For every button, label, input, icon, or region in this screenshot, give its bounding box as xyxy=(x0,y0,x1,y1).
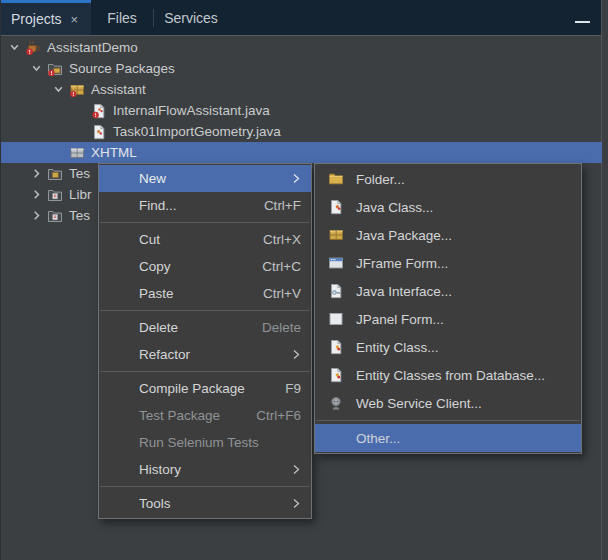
tree-item-assistantdemo[interactable]: AssistantDemo xyxy=(1,37,602,58)
chevron-down-icon[interactable] xyxy=(51,83,65,97)
submenu-item-entity-classes-from-database[interactable]: Entity Classes from Database... xyxy=(315,361,581,389)
menu-item-copy[interactable]: Copy Ctrl+C xyxy=(99,253,311,280)
tree-item-label: Tes xyxy=(69,166,90,181)
menu-separator xyxy=(100,486,310,487)
submenu-item-label: Entity Class... xyxy=(356,340,439,355)
menu-item-refactor[interactable]: Refactor xyxy=(99,341,311,368)
menu-item-label: Copy xyxy=(139,259,171,274)
submenu-item-label: Java Package... xyxy=(356,228,452,243)
menu-item-delete[interactable]: Delete Delete xyxy=(99,314,311,341)
submenu-item-label: Java Interface... xyxy=(356,284,452,299)
submenu-item-label: JFrame Form... xyxy=(356,256,448,271)
submenu-item-jframe-form[interactable]: JFrame Form... xyxy=(315,249,581,277)
close-icon[interactable]: × xyxy=(71,13,79,26)
menu-item-history[interactable]: History xyxy=(99,456,311,483)
menu-shortcut: Ctrl+X xyxy=(263,232,301,247)
menu-separator xyxy=(100,222,310,223)
chevron-down-icon[interactable] xyxy=(7,41,21,55)
menu-item-label: Compile Package xyxy=(139,381,245,396)
chevron-down-icon[interactable] xyxy=(29,62,43,76)
submenu-arrow-icon xyxy=(292,349,301,360)
projects-panel: Projects × Files Services xyxy=(0,0,608,560)
chevron-right-icon[interactable] xyxy=(29,188,43,202)
tree-item-xhtml[interactable]: XHTML xyxy=(1,142,602,163)
tree-item-source-packages[interactable]: Source Packages xyxy=(1,58,602,79)
tab-projects[interactable]: Projects × xyxy=(1,0,91,35)
new-submenu: Folder... Java Class... xyxy=(314,163,582,454)
tab-files-label: Files xyxy=(107,10,137,26)
submenu-item-label: Folder... xyxy=(356,172,405,187)
menu-item-label: Tools xyxy=(139,496,171,511)
submenu-arrow-icon xyxy=(292,498,301,509)
java-package-icon xyxy=(328,227,344,243)
tree-item-label: AssistantDemo xyxy=(47,40,138,55)
menu-separator xyxy=(316,420,580,421)
tree-item-label: XHTML xyxy=(91,145,137,160)
menu-item-cut[interactable]: Cut Ctrl+X xyxy=(99,226,311,253)
menu-item-label: Run Selenium Tests xyxy=(139,435,259,450)
tree-item-assistant[interactable]: Assistant xyxy=(1,79,602,100)
blank-icon-spacer xyxy=(328,430,344,446)
menu-shortcut: F9 xyxy=(285,381,301,396)
java-file-error-icon xyxy=(91,103,107,119)
jframe-form-icon xyxy=(328,255,344,271)
submenu-item-jpanel-form[interactable]: JPanel Form... xyxy=(315,305,581,333)
menu-item-paste[interactable]: Paste Ctrl+V xyxy=(99,280,311,307)
submenu-item-label: Web Service Client... xyxy=(356,396,482,411)
tree-item-label: InternalFlowAssistant.java xyxy=(113,103,270,118)
tab-services[interactable]: Services xyxy=(154,0,228,35)
menu-item-compile-package[interactable]: Compile Package F9 xyxy=(99,375,311,402)
minimize-icon[interactable] xyxy=(575,21,590,23)
menu-item-new[interactable]: New xyxy=(99,165,311,192)
submenu-item-java-package[interactable]: Java Package... xyxy=(315,221,581,249)
submenu-item-web-service-client[interactable]: Web Service Client... xyxy=(315,389,581,417)
tree-item-label: Assistant xyxy=(91,82,146,97)
tree-item-task01importgeometry[interactable]: Task01ImportGeometry.java xyxy=(1,121,602,142)
tab-projects-label: Projects xyxy=(11,11,62,27)
entity-class-icon xyxy=(328,367,344,383)
chevron-right-icon[interactable] xyxy=(29,167,43,181)
java-interface-icon xyxy=(328,283,344,299)
submenu-item-label: Other... xyxy=(356,431,400,446)
submenu-item-label: Java Class... xyxy=(356,200,433,215)
tree-item-label: Source Packages xyxy=(69,61,175,76)
menu-item-label: New xyxy=(139,171,166,186)
submenu-item-entity-class[interactable]: Entity Class... xyxy=(315,333,581,361)
tree-item-label: Tes xyxy=(69,208,90,223)
menu-item-label: Refactor xyxy=(139,347,190,362)
web-service-icon xyxy=(328,395,344,411)
tree-item-internalflowassistant[interactable]: InternalFlowAssistant.java xyxy=(1,100,602,121)
menu-shortcut: Ctrl+C xyxy=(262,259,301,274)
menu-item-label: Find... xyxy=(139,198,177,213)
java-file-icon xyxy=(91,124,107,140)
submenu-item-other[interactable]: Other... xyxy=(315,424,581,452)
chevron-right-icon[interactable] xyxy=(29,209,43,223)
source-packages-error-icon xyxy=(47,61,63,77)
entity-class-icon xyxy=(328,339,344,355)
libraries-folder-icon xyxy=(47,187,63,203)
menu-item-test-package[interactable]: Test Package Ctrl+F6 xyxy=(99,402,311,429)
menu-item-label: Paste xyxy=(139,286,174,301)
folder-icon xyxy=(328,171,344,187)
tree-item-label: Libr xyxy=(69,187,92,202)
submenu-arrow-icon xyxy=(292,173,301,184)
menu-item-label: Cut xyxy=(139,232,160,247)
menu-item-tools[interactable]: Tools xyxy=(99,490,311,517)
submenu-item-label: Entity Classes from Database... xyxy=(356,368,545,383)
submenu-item-folder[interactable]: Folder... xyxy=(315,165,581,193)
menu-item-find[interactable]: Find... Ctrl+F xyxy=(99,192,311,219)
menu-item-run-selenium-tests[interactable]: Run Selenium Tests xyxy=(99,429,311,456)
project-error-icon xyxy=(25,40,41,56)
libraries-folder-icon xyxy=(47,208,63,224)
menu-separator xyxy=(100,310,310,311)
context-menu: New Find... Ctrl+F Cut Ctrl+X Copy Ctrl+… xyxy=(98,163,312,519)
submenu-item-java-interface[interactable]: Java Interface... xyxy=(315,277,581,305)
tree-item-label: Task01ImportGeometry.java xyxy=(113,124,281,139)
submenu-item-java-class[interactable]: Java Class... xyxy=(315,193,581,221)
menu-item-label: Test Package xyxy=(139,408,220,423)
jpanel-form-icon xyxy=(328,311,344,327)
tab-services-label: Services xyxy=(164,10,218,26)
tab-files[interactable]: Files xyxy=(91,0,153,35)
empty-package-icon xyxy=(69,145,85,161)
menu-item-label: History xyxy=(139,462,181,477)
